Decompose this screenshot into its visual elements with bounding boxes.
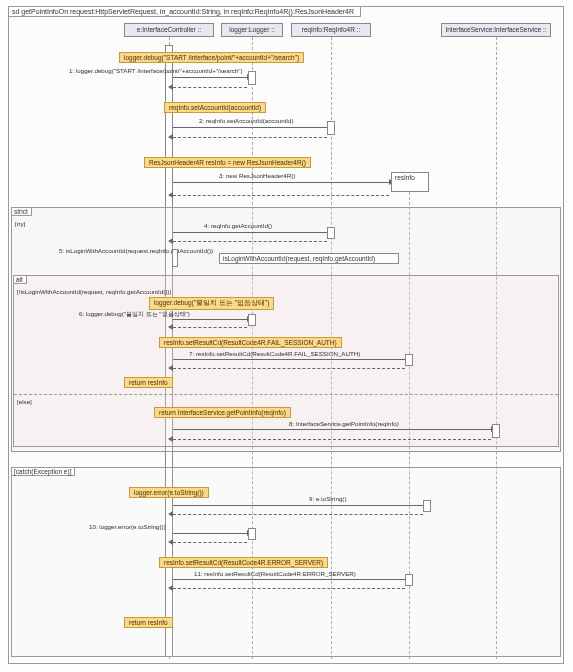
msgtext-10: 10: logger.error(e.toString())	[89, 523, 166, 530]
msgline-11	[173, 579, 405, 580]
msgtext-6: 6: logger.debug("불일치 또는 "없음상태")	[79, 310, 190, 319]
activation-e-10	[423, 500, 431, 512]
frag-divider-alt	[14, 394, 558, 395]
msgline-3	[173, 182, 389, 183]
frame-title: sd getPointInfoOn request:HttpServletReq…	[9, 7, 361, 17]
msgline-10	[173, 533, 247, 534]
arrow-10l	[168, 539, 173, 545]
msgline-1	[173, 77, 247, 78]
msgbox-1: logger.debug("START /interface/point/"+a…	[119, 52, 304, 63]
return-11	[173, 588, 405, 589]
fragment-alt: alt [!isLoginWithAccountId(request, reqI…	[13, 275, 559, 447]
activation-logger-10	[248, 528, 256, 540]
return-3	[173, 195, 389, 196]
msgbox-9: return InterfaceService.getPointInfo(req…	[154, 407, 291, 418]
frag-label-strict: strict	[12, 208, 32, 216]
msgline-10r	[173, 505, 423, 506]
frag-guard-catch: [catch(Exception e)]	[12, 468, 75, 476]
msgtext-7: 7: resInfo.setResultCd(ResultCode4R.FAIL…	[189, 350, 360, 357]
msgbox-11: resInfo.setResultCd(ResultCode4R.ERROR_S…	[159, 557, 328, 568]
msgbox-3: ResJsonHeader4R resInfo = new ResJsonHea…	[144, 157, 311, 168]
msgbox-8: return resInfo	[124, 377, 173, 388]
arrow-4r	[168, 238, 173, 244]
msgtext-9: 8: InterfaceService.getPointInfo(reqInfo…	[289, 420, 399, 427]
participant-logger: logger:Logger ::	[221, 23, 283, 37]
note-resinfo: resInfo	[391, 172, 429, 192]
msgtext-1: 1: logger.debug("START /interface/point/…	[69, 67, 243, 74]
participant-reqinfo: reqInfo:ReqInfo4R ::	[291, 23, 371, 37]
msgtext-4: 4: reqInfo.getAccountId()	[204, 222, 272, 229]
msgbox-12: return resInfo	[124, 617, 173, 628]
return-10r	[173, 514, 423, 515]
activation-self-5	[172, 249, 178, 267]
msgtext-2: 2: reqInfo.setAccountId(accountId)	[199, 117, 294, 124]
activation-resinfo-11	[405, 574, 413, 586]
arrow-10rl	[168, 511, 173, 517]
activation-service-9	[492, 424, 500, 438]
msgline-2	[173, 127, 327, 128]
arrow-2r	[168, 134, 173, 140]
frag-guard-else: [else]	[17, 398, 32, 405]
arrow-3r	[168, 192, 173, 198]
sequence-frame: sd getPointInfoOn request:HttpServletReq…	[8, 6, 564, 664]
frag-guard-try: [try]	[15, 220, 25, 227]
msgtext-11: 11: resInfo.setResultCd(ResultCode4R.ERR…	[194, 570, 356, 577]
activation-reqinfo-2	[327, 121, 335, 135]
return-4	[173, 241, 327, 242]
return-10	[173, 542, 247, 543]
arrow-7r	[168, 365, 173, 371]
note-self-5: isLoginWithAccountId(request, reqInfo.ge…	[219, 253, 399, 264]
msgtext-5: 5: isLoginWithAccountId(request,reqInfo.…	[59, 247, 213, 254]
activation-logger-6	[248, 314, 256, 326]
activation-logger-1	[248, 71, 256, 85]
msgbox-7: resInfo.setResultCd(ResultCode4R.FAIL_SE…	[159, 337, 342, 348]
msgline-6	[173, 319, 247, 320]
msgtext-10r: 9: e.toString()	[309, 495, 347, 502]
msgbox-2: reqInfo.setAccountId(accountId)	[164, 102, 266, 113]
return-2	[173, 137, 327, 138]
msgbox-6: logger.debug("불일치 또는 "없음상태")	[149, 297, 274, 310]
return-1	[173, 87, 247, 88]
frag-guard-alt: [!isLoginWithAccountId(request, reqInfo.…	[17, 288, 171, 295]
msgline-7	[173, 359, 405, 360]
return-6	[173, 327, 247, 328]
arrow-11r	[168, 585, 173, 591]
participant-controller: e:InterfaceController ::	[124, 23, 214, 37]
msgbox-10: logger.error(e.toString())	[129, 487, 209, 498]
participant-service: InterfaceService:InterfaceService ::	[441, 23, 551, 37]
arrow-9r	[168, 436, 173, 442]
msgline-4	[173, 232, 327, 233]
msgtext-3: 3: new ResJsonHeader4R()	[219, 172, 295, 179]
msgline-9	[173, 429, 491, 430]
arrow-6r	[168, 324, 173, 330]
activation-reqinfo-4	[327, 227, 335, 239]
arrow-1r	[168, 84, 173, 90]
frag-label-alt: alt	[14, 276, 27, 284]
activation-resinfo-7	[405, 354, 413, 366]
return-9	[173, 439, 491, 440]
return-7	[173, 368, 405, 369]
